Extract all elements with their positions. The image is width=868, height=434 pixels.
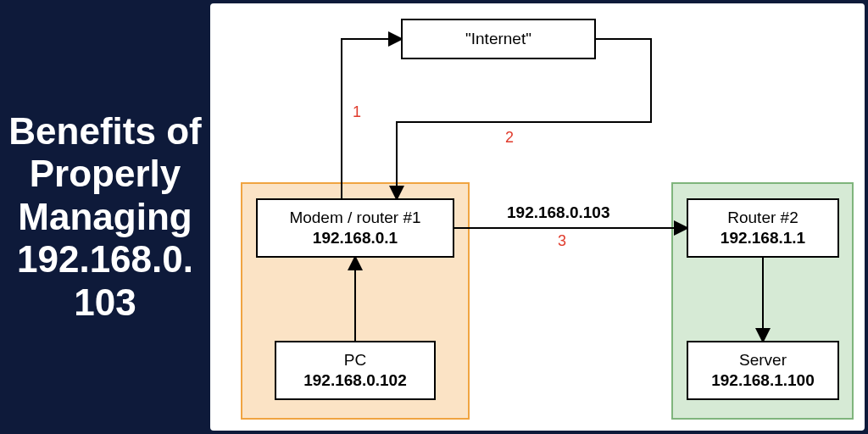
edge-1 xyxy=(342,39,401,198)
network-diagram: "Internet" Modem / router #1 192.168.0.1… xyxy=(210,3,865,431)
stage: Benefits of Properly Managing 192.168.0.… xyxy=(0,0,868,434)
node-server-label: Server xyxy=(739,350,787,370)
node-pc: PC 192.168.0.102 xyxy=(275,341,436,400)
node-internet: "Internet" xyxy=(401,19,596,59)
node-modem-label: Modem / router #1 xyxy=(289,208,420,228)
node-server-ip: 192.168.1.100 xyxy=(711,370,815,391)
edge-2-number: 2 xyxy=(505,129,514,147)
edge-2 xyxy=(397,39,651,198)
node-modem: Modem / router #1 192.168.0.1 xyxy=(256,198,454,258)
edge-1-number: 1 xyxy=(353,103,361,121)
node-router2: Router #2 192.168.1.1 xyxy=(687,198,839,258)
node-server: Server 192.168.1.100 xyxy=(687,341,839,400)
page-title: Benefits of Properly Managing 192.168.0.… xyxy=(7,110,203,325)
node-router2-ip: 192.168.1.1 xyxy=(721,228,805,248)
title-panel: Benefits of Properly Managing 192.168.0.… xyxy=(0,0,210,434)
edge-3-ip: 192.168.0.103 xyxy=(507,203,610,222)
node-internet-label: "Internet" xyxy=(465,29,531,49)
edge-3-number: 3 xyxy=(558,232,566,250)
node-router2-label: Router #2 xyxy=(727,208,798,228)
node-pc-label: PC xyxy=(344,350,366,370)
node-modem-ip: 192.168.0.1 xyxy=(313,228,398,248)
node-pc-ip: 192.168.0.102 xyxy=(303,370,407,391)
